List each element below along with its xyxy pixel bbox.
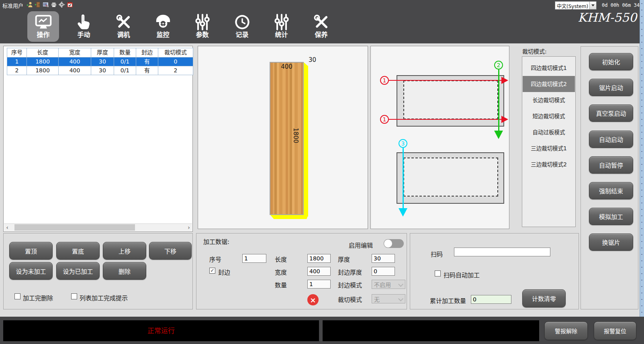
tab-records[interactable]: 记录: [226, 11, 258, 42]
cell-qty: 0/1: [114, 57, 136, 66]
tab-maintenance[interactable]: 保养: [305, 11, 337, 42]
mode-item-3side-1[interactable]: 三边裁切模式1: [523, 140, 575, 156]
alarm-release-button[interactable]: 警报解除: [544, 321, 588, 340]
parts-table: 序号 长度 宽度 厚度 数量 封边 裁切模式 1 1800 400 30 0/1…: [7, 48, 193, 75]
parts-table-header: 序号 长度 宽度 厚度 数量 封边 裁切模式: [7, 48, 193, 57]
table-row[interactable]: 1 1800 400 30 0/1 有 0: [7, 57, 193, 66]
edge-band-checkbox[interactable]: [209, 268, 215, 274]
col-header-qty[interactable]: 数量: [114, 48, 136, 57]
saw-start-button[interactable]: 锯片启动: [589, 79, 633, 96]
remove-item-button[interactable]: [307, 294, 319, 305]
docked-panel-strip[interactable]: [640, 0, 644, 317]
width-input[interactable]: [307, 267, 331, 276]
calendar-check-icon[interactable]: [67, 1, 73, 8]
language-dropdown-arrow-icon[interactable]: [589, 2, 596, 9]
col-header-length[interactable]: 长度: [27, 48, 59, 57]
move-up-button[interactable]: 上移: [103, 242, 146, 260]
col-header-seq[interactable]: 序号: [7, 48, 27, 57]
cut-mode-dropdown[interactable]: 无: [372, 294, 405, 303]
move-top-button[interactable]: 置顶: [9, 242, 53, 260]
scroll-left-icon[interactable]: [4, 224, 10, 231]
scan-input[interactable]: [454, 248, 550, 256]
mode-item-longside[interactable]: 长边裁切模式: [523, 92, 575, 108]
printer-icon[interactable]: [51, 1, 57, 8]
total-processed-input[interactable]: [471, 295, 511, 304]
toggle-knob: [384, 240, 392, 248]
scan-auto-process-label: 扫码自动加工: [444, 270, 480, 279]
col-header-cutmode[interactable]: 裁切模式: [158, 48, 193, 57]
cut-line-1a: [388, 80, 501, 81]
delete-button[interactable]: 删除: [103, 262, 146, 280]
mode-item-autopass[interactable]: 自动过板模式: [523, 124, 575, 140]
scan-label: 扫码: [431, 250, 443, 258]
tab-operation[interactable]: 操作: [27, 11, 59, 42]
user-icon[interactable]: [27, 1, 33, 8]
table-row[interactable]: 2 1800 400 30 0/1 有 2: [7, 66, 193, 75]
mode-item-4side-2[interactable]: 四边裁切模式2: [523, 76, 575, 92]
delete-after-process-checkbox[interactable]: [14, 293, 20, 299]
mode-item-4side-1[interactable]: 四边裁切模式1: [523, 60, 575, 76]
auto-start-button[interactable]: 自动启动: [589, 131, 633, 148]
qty-input[interactable]: [307, 280, 331, 289]
settings-gear-icon[interactable]: [59, 1, 65, 8]
monitor-graph-icon: [35, 13, 52, 31]
initialize-button[interactable]: 初始化: [589, 53, 633, 70]
force-end-button[interactable]: 强制结束: [589, 182, 633, 199]
cell-cutmode: 0: [158, 57, 193, 66]
set-processed-button[interactable]: 设为已加工: [56, 262, 100, 280]
cut-step-badge-2: 2: [494, 61, 503, 70]
cell-length: 1800: [27, 57, 59, 66]
list-complete-hint-checkbox[interactable]: [71, 293, 77, 299]
simulate-process-button[interactable]: 模拟加工: [589, 208, 633, 225]
set-unprocessed-button[interactable]: 设为未加工: [9, 262, 53, 280]
alarm-reset-button[interactable]: 报警复位: [594, 321, 636, 340]
edge-thickness-input[interactable]: [372, 267, 395, 276]
tab-records-label: 记录: [226, 31, 258, 39]
edge-mode-dropdown[interactable]: 不启用: [372, 280, 405, 289]
scan-auto-process-checkbox[interactable]: [435, 270, 441, 276]
tab-monitoring[interactable]: 监控: [147, 11, 179, 42]
col-header-width[interactable]: 宽度: [59, 48, 91, 57]
cell-edge: 有: [136, 57, 158, 66]
horizontal-scrollbar[interactable]: [4, 223, 192, 231]
logout-door-icon[interactable]: [35, 1, 41, 8]
mode-item-3side-2[interactable]: 三边裁切模式2: [523, 156, 575, 172]
tab-parameters[interactable]: 参数: [186, 11, 218, 42]
diagram-board-top-inner: [403, 80, 498, 119]
cell-qty: 0/1: [114, 66, 136, 75]
auto-pause-button[interactable]: 自动暂停: [589, 156, 633, 174]
tab-operation-label: 操作: [27, 31, 59, 39]
tab-statistics[interactable]: 统计: [266, 11, 297, 42]
thickness-input[interactable]: [372, 254, 395, 263]
move-bottom-button[interactable]: 置底: [56, 242, 100, 260]
cut-line-3: [403, 148, 404, 208]
cell-thickness: 30: [91, 66, 114, 75]
scrollbar-track[interactable]: [10, 224, 186, 231]
camera-icon: [154, 13, 172, 31]
seq-input[interactable]: [242, 254, 266, 263]
language-select[interactable]: 中文(System): [555, 1, 597, 10]
tab-machine-adjust[interactable]: 调机: [108, 11, 139, 42]
length-input[interactable]: [307, 254, 331, 263]
mode-item-shortside[interactable]: 短边裁切模式: [523, 108, 575, 124]
move-down-button[interactable]: 下移: [149, 242, 192, 260]
board-edge-band-bottom: [270, 215, 308, 219]
enable-edit-toggle[interactable]: [384, 239, 404, 248]
chevron-down-icon: [398, 296, 403, 301]
board-thickness-label: 30: [309, 56, 316, 63]
hand-pointer-icon: [75, 13, 93, 31]
scroll-right-icon[interactable]: [186, 224, 192, 231]
qty-label: 数量: [275, 281, 287, 289]
vacuum-pump-start-button[interactable]: 真空泵启动: [589, 104, 633, 122]
barcode-scanner-icon[interactable]: [43, 1, 49, 8]
sliders-icon: [273, 13, 290, 31]
scrollbar-thumb[interactable]: [14, 224, 135, 231]
col-header-thickness[interactable]: 厚度: [91, 48, 114, 57]
counter-reset-button[interactable]: 计数清零: [522, 289, 566, 307]
edge-band-label: 封边: [218, 268, 230, 276]
change-saw-blade-button[interactable]: 换锯片: [589, 233, 633, 251]
tab-manual[interactable]: 手动: [68, 11, 100, 42]
cut-arrowhead-3-icon: [399, 208, 407, 217]
col-header-edge[interactable]: 封边: [136, 48, 158, 57]
tab-maintenance-label: 保养: [305, 31, 337, 39]
